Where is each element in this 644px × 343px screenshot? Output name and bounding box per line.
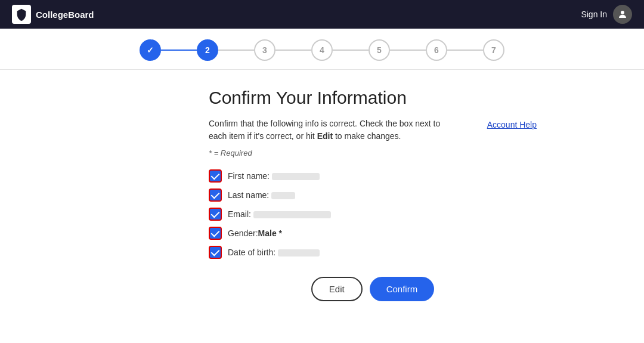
svg-point-0 bbox=[621, 11, 624, 14]
logo-text: CollegeBoard bbox=[36, 10, 94, 20]
confirm-button[interactable]: Confirm bbox=[370, 277, 435, 301]
step-1: ✓ bbox=[140, 39, 161, 61]
description-part2: to make changes. bbox=[333, 131, 401, 141]
step-line-5 bbox=[390, 50, 426, 51]
gender-label: Gender:Male * bbox=[228, 228, 282, 238]
first-name-label: First name: bbox=[228, 171, 320, 181]
step-4: 4 bbox=[311, 39, 333, 61]
form-item-first-name: First name: bbox=[209, 169, 537, 183]
email-label: Email: bbox=[228, 209, 331, 219]
last-name-label: Last name: bbox=[228, 190, 295, 200]
logo: CollegeBoard bbox=[12, 5, 94, 24]
edit-button[interactable]: Edit bbox=[311, 277, 363, 301]
step-line-3 bbox=[275, 50, 311, 51]
step-line-1 bbox=[161, 50, 197, 51]
description-bold: Edit bbox=[317, 131, 333, 141]
dob-value bbox=[278, 249, 320, 257]
form-items: First name: Last name: Email: Gender:Mal… bbox=[209, 169, 537, 259]
checkbox-last-name[interactable] bbox=[209, 189, 222, 202]
description: Confirm that the following info is corre… bbox=[209, 118, 459, 143]
avatar[interactable] bbox=[613, 5, 632, 24]
logo-icon bbox=[12, 5, 31, 24]
last-name-value bbox=[271, 192, 295, 199]
main-content: Confirm Your Information Confirm that th… bbox=[89, 70, 555, 301]
step-2: 2 bbox=[197, 39, 218, 61]
account-help-link[interactable]: Account Help bbox=[487, 120, 537, 129]
form-item-gender: Gender:Male * bbox=[209, 227, 537, 240]
dob-label: Date of birth: bbox=[228, 248, 320, 257]
page-title: Confirm Your Information bbox=[209, 88, 537, 108]
checkbox-dob[interactable] bbox=[209, 246, 222, 259]
header: CollegeBoard Sign In bbox=[0, 0, 644, 29]
step-line-2 bbox=[218, 50, 254, 51]
first-name-value bbox=[272, 173, 320, 180]
step-3: 3 bbox=[254, 39, 275, 61]
header-right: Sign In bbox=[581, 5, 632, 24]
step-line-6 bbox=[447, 50, 483, 51]
progress-steps: ✓ 2 3 4 5 6 7 bbox=[0, 29, 644, 70]
form-item-last-name: Last name: bbox=[209, 189, 537, 202]
checkbox-first-name[interactable] bbox=[209, 169, 222, 183]
step-7: 7 bbox=[483, 39, 504, 61]
form-item-email: Email: bbox=[209, 208, 537, 221]
form-item-dob: Date of birth: bbox=[209, 246, 537, 259]
content-row: Confirm that the following info is corre… bbox=[209, 118, 537, 143]
email-value bbox=[253, 211, 331, 218]
step-line-4 bbox=[333, 50, 369, 51]
buttons-row: Edit Confirm bbox=[209, 277, 537, 301]
required-note: * = Required bbox=[209, 149, 537, 157]
gender-value: Male * bbox=[258, 228, 282, 238]
checkbox-gender[interactable] bbox=[209, 227, 222, 240]
checkbox-email[interactable] bbox=[209, 208, 222, 221]
step-5: 5 bbox=[369, 39, 390, 61]
sign-in-label[interactable]: Sign In bbox=[581, 10, 607, 19]
step-6: 6 bbox=[426, 39, 447, 61]
